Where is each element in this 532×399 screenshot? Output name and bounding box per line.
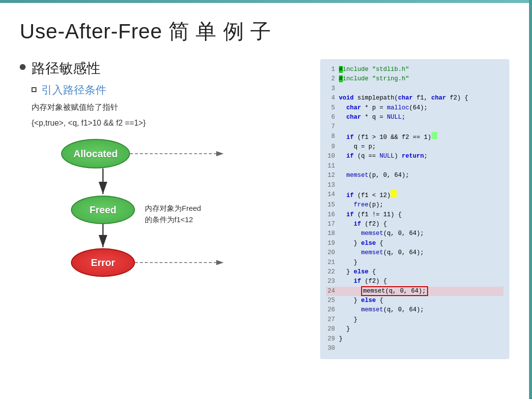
line-number: 11	[326, 162, 335, 171]
node-error: Error	[71, 248, 135, 277]
node-allocated: Allocated	[61, 139, 130, 168]
code-line: 15 free(p);	[326, 200, 503, 210]
line-number: 26	[326, 305, 335, 315]
line-code: if (f1 > 10 && f2 == 1)	[339, 132, 503, 142]
line-code: }	[339, 315, 503, 325]
line-number: 16	[326, 210, 335, 220]
line-code: }	[339, 325, 503, 334]
left-panel: 路径敏感性 引入路径条件 内存对象被赋值给了指针 {<p,true>, <q, …	[20, 59, 305, 282]
line-number: 14	[326, 190, 335, 200]
line-code	[339, 181, 503, 190]
line-number: 8	[326, 132, 335, 142]
code-line: 21 }	[326, 258, 503, 267]
line-code: memset(q, 0, 64);	[339, 229, 503, 238]
code-line: 16 if (f1 != 11) {	[326, 210, 503, 220]
desc-text-1: 内存对象被赋值给了指针	[32, 101, 305, 113]
line-number: 3	[326, 84, 335, 94]
code-line: 28 }	[326, 325, 503, 334]
line-number: 5	[326, 103, 335, 113]
line-code: q = p;	[339, 142, 503, 152]
code-line: 8 if (f1 > 10 && f2 == 1)	[326, 132, 503, 142]
line-code: } else {	[339, 239, 503, 248]
main-area: 路径敏感性 引入路径条件 内存对象被赋值给了指针 {<p,true>, <q, …	[20, 59, 509, 359]
line-code: if (f1 < 12)	[339, 190, 503, 200]
line-code	[339, 162, 503, 171]
line-number: 19	[326, 239, 335, 248]
line-number: 13	[326, 181, 335, 190]
sub-bullet-text-1: 引入路径条件	[41, 83, 106, 98]
bullet-text-1: 路径敏感性	[32, 59, 100, 78]
code-panel: 1#include "stdlib.h"2#include "string.h"…	[320, 59, 509, 359]
line-code: free(p);	[339, 200, 503, 210]
line-code: void simplepath(char f1, char f2) {	[339, 94, 503, 103]
line-code: }	[339, 334, 503, 344]
code-line: 1#include "stdlib.h"	[326, 65, 503, 74]
code-line: 14 if (f1 < 12)	[326, 190, 503, 200]
line-code: if (f2) {	[339, 220, 503, 229]
line-number: 24	[326, 287, 335, 296]
code-line: 2#include "string.h"	[326, 74, 503, 84]
freed-condition-label: 内存对象为Freed 的条件为f1<12	[145, 203, 201, 225]
code-line: 27 }	[326, 315, 503, 325]
line-code: if (f1 != 11) {	[339, 210, 503, 220]
code-line: 6 char * q = NULL;	[326, 113, 503, 122]
line-code: memset(q, 0, 64);	[339, 287, 503, 296]
line-code: char * q = NULL;	[339, 113, 503, 122]
code-line: 17 if (f2) {	[326, 220, 503, 229]
line-code: } else {	[339, 296, 503, 305]
line-number: 12	[326, 171, 335, 180]
code-line: 23 if (f2) {	[326, 277, 503, 286]
state-diagram: Allocated Freed Error 内存对象为Freed 的条件为f1<…	[32, 134, 238, 282]
line-number: 28	[326, 325, 335, 334]
line-number: 25	[326, 296, 335, 305]
code-line: 5 char * p = malloc(64);	[326, 103, 503, 113]
code-line: 19 } else {	[326, 239, 503, 248]
line-code: } else {	[339, 267, 503, 277]
line-number: 23	[326, 277, 335, 286]
line-code	[339, 84, 503, 94]
line-number: 15	[326, 200, 335, 210]
line-number: 17	[326, 220, 335, 229]
line-number: 27	[326, 315, 335, 325]
code-line: 7	[326, 122, 503, 132]
line-number: 20	[326, 248, 335, 258]
line-code: memset(q, 0, 64);	[339, 248, 503, 258]
code-line: 20 memset(q, 0, 64);	[326, 248, 503, 258]
line-number: 29	[326, 334, 335, 344]
code-line: 4void simplepath(char f1, char f2) {	[326, 94, 503, 103]
code-line: 25 } else {	[326, 296, 503, 305]
code-line: 30	[326, 344, 503, 353]
line-code: if (f2) {	[339, 277, 503, 286]
line-number: 7	[326, 122, 335, 132]
line-number: 9	[326, 142, 335, 152]
code-line: 24 memset(q, 0, 64);	[326, 287, 503, 296]
line-code: #include "stdlib.h"	[339, 65, 503, 74]
line-code: #include "string.h"	[339, 74, 503, 84]
code-line: 18 memset(q, 0, 64);	[326, 229, 503, 238]
slide-content: Use-After-Free 简 单 例 子 路径敏感性 引入路径条件 内存对象…	[0, 3, 529, 399]
line-code: if (q == NULL) return;	[339, 152, 503, 161]
desc-text-2: {<p,true>, <q, f1>10 && f2 ==1>}	[32, 117, 305, 129]
code-container: 1#include "stdlib.h"2#include "string.h"…	[326, 65, 503, 353]
sub-bullet-square-1	[32, 87, 36, 92]
line-code: }	[339, 258, 503, 267]
code-line: 22 } else {	[326, 267, 503, 277]
code-line: 11	[326, 162, 503, 171]
code-line: 13	[326, 181, 503, 190]
code-line: 26 memset(q, 0, 64);	[326, 305, 503, 315]
line-number: 30	[326, 344, 335, 353]
line-number: 10	[326, 152, 335, 161]
line-number: 2	[326, 74, 335, 84]
line-number: 1	[326, 65, 335, 74]
line-code: memset(p, 0, 64);	[339, 171, 503, 180]
code-line: 9 q = p;	[326, 142, 503, 152]
line-code	[339, 344, 503, 353]
bullet-item-1: 路径敏感性	[20, 59, 305, 78]
slide-title: Use-After-Free 简 单 例 子	[20, 18, 509, 45]
bullet-dot-1	[20, 64, 26, 70]
line-code	[339, 122, 503, 132]
line-number: 4	[326, 94, 335, 103]
line-code: char * p = malloc(64);	[339, 103, 503, 113]
sub-bullet-1: 引入路径条件	[32, 83, 305, 98]
code-line: 12 memset(p, 0, 64);	[326, 171, 503, 180]
